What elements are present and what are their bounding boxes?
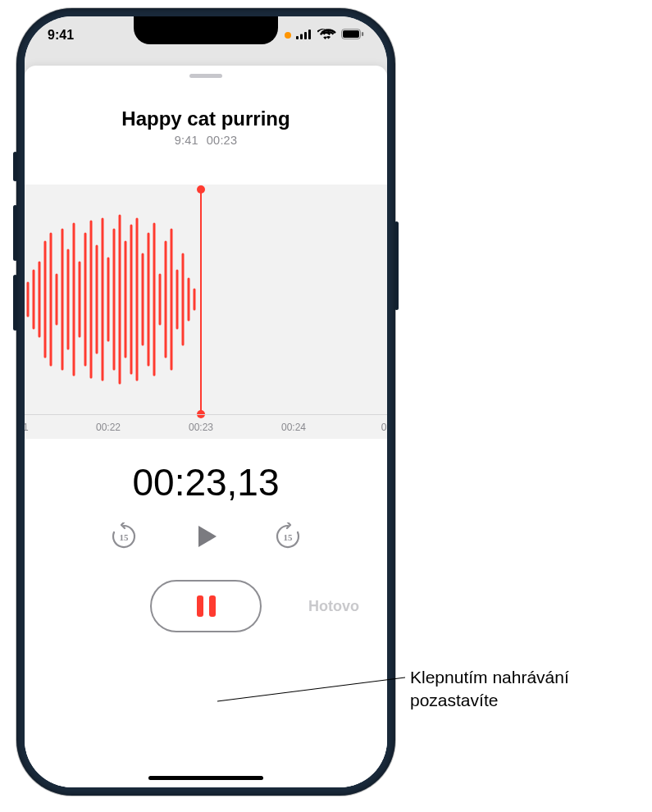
status-right-group <box>285 28 364 43</box>
phone-volume-down <box>13 275 17 331</box>
sheet-grabber[interactable] <box>189 74 222 78</box>
callout-line-2: pozastavíte <box>410 689 569 712</box>
home-indicator[interactable] <box>148 776 263 780</box>
svg-rect-6 <box>362 32 363 36</box>
time-ruler: 21 00:22 00:23 00:24 0 <box>25 414 387 439</box>
pause-recording-button[interactable] <box>150 580 262 632</box>
svg-text:15: 15 <box>120 532 130 542</box>
recording-indicator-dot <box>285 32 291 39</box>
ruler-tick: 00:23 <box>189 422 213 433</box>
svg-rect-3 <box>308 30 311 39</box>
recording-clocktime: 9:41 <box>175 134 198 147</box>
pause-icon <box>197 595 216 617</box>
status-time: 9:41 <box>48 28 74 43</box>
cellular-signal-icon <box>296 28 312 43</box>
ruler-tick: 00:22 <box>96 422 121 433</box>
svg-rect-5 <box>343 30 359 38</box>
phone-screen: 9:41 Happy cat purring 9 <box>25 16 387 787</box>
play-button[interactable] <box>190 521 221 552</box>
ruler-tick: 21 <box>25 422 29 433</box>
waveform-scrubber[interactable]: 21 00:22 00:23 00:24 0 <box>25 185 387 439</box>
recording-title[interactable]: Happy cat purring <box>121 107 290 130</box>
waveform-graphic <box>25 185 387 414</box>
playhead[interactable] <box>200 189 202 414</box>
skip-forward-15-button[interactable]: 15 <box>274 522 302 550</box>
battery-icon <box>341 28 364 43</box>
svg-rect-2 <box>304 32 307 39</box>
callout-text: Klepnutím nahrávání pozastavíte <box>410 666 569 713</box>
iphone-device-frame: 9:41 Happy cat purring 9 <box>16 8 395 796</box>
svg-text:15: 15 <box>284 532 294 542</box>
phone-volume-up <box>13 205 17 261</box>
done-button[interactable]: Hotovo <box>308 598 359 615</box>
callout-line-1: Klepnutím nahrávání <box>410 666 569 689</box>
skip-back-15-button[interactable]: 15 <box>110 522 138 550</box>
recording-subtitle: 9:41 00:23 <box>175 134 237 147</box>
bottom-action-row: Hotovo <box>25 580 387 632</box>
ruler-tick: 00:24 <box>281 422 306 433</box>
svg-rect-0 <box>296 36 299 39</box>
phone-silent-switch <box>13 152 17 181</box>
playback-controls: 15 15 <box>110 521 302 552</box>
phone-notch <box>134 16 278 44</box>
recording-sheet[interactable]: Happy cat purring 9:41 00:23 <box>25 66 387 787</box>
ruler-tick: 0 <box>381 422 387 433</box>
elapsed-time: 00:23,13 <box>132 460 279 504</box>
phone-side-button <box>394 221 399 310</box>
app-background: Happy cat purring 9:41 00:23 <box>25 16 387 787</box>
svg-rect-1 <box>300 34 303 40</box>
wifi-icon <box>317 28 336 43</box>
recording-duration: 00:23 <box>207 134 237 147</box>
